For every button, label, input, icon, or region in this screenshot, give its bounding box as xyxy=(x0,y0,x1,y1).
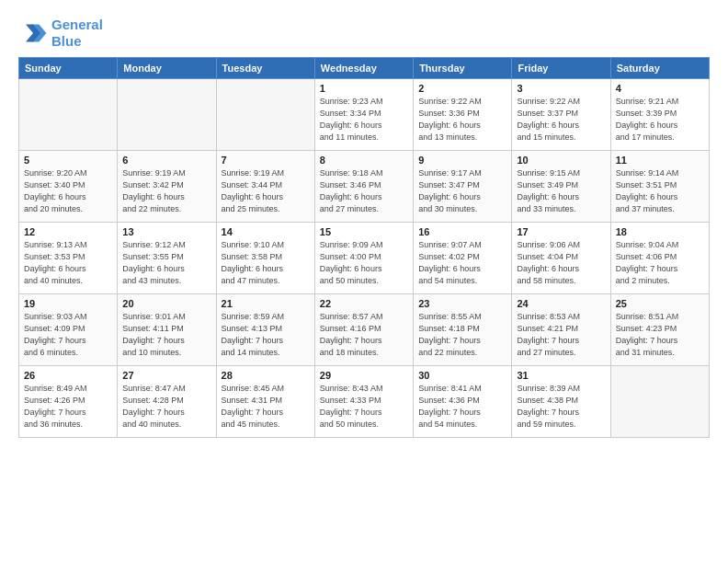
day-number: 3 xyxy=(517,83,605,94)
day-info: Sunrise: 9:07 AMSunset: 4:02 PMDaylight:… xyxy=(418,239,506,287)
day-cell: 5Sunrise: 9:20 AMSunset: 3:40 PMDaylight… xyxy=(19,151,118,223)
day-cell: 10Sunrise: 9:15 AMSunset: 3:49 PMDayligh… xyxy=(512,151,610,223)
weekday-header-thursday: Thursday xyxy=(414,58,512,79)
day-cell: 20Sunrise: 9:01 AMSunset: 4:11 PMDayligh… xyxy=(118,294,216,366)
day-number: 29 xyxy=(320,370,408,381)
weekday-header-row: SundayMondayTuesdayWednesdayThursdayFrid… xyxy=(19,58,710,79)
day-info: Sunrise: 9:12 AMSunset: 3:55 PMDaylight:… xyxy=(122,239,210,287)
day-number: 15 xyxy=(320,226,408,237)
day-number: 27 xyxy=(122,370,210,381)
day-info: Sunrise: 8:59 AMSunset: 4:13 PMDaylight:… xyxy=(222,311,310,359)
day-cell: 15Sunrise: 9:09 AMSunset: 4:00 PMDayligh… xyxy=(314,223,413,294)
day-cell xyxy=(19,79,118,151)
day-cell: 6Sunrise: 9:19 AMSunset: 3:42 PMDaylight… xyxy=(118,151,216,223)
day-info: Sunrise: 8:43 AMSunset: 4:33 PMDaylight:… xyxy=(320,383,408,431)
calendar-table: SundayMondayTuesdayWednesdayThursdayFrid… xyxy=(18,57,710,438)
weekday-header-wednesday: Wednesday xyxy=(314,58,413,79)
day-number: 14 xyxy=(222,226,310,237)
day-cell: 11Sunrise: 9:14 AMSunset: 3:51 PMDayligh… xyxy=(610,151,709,223)
day-cell: 14Sunrise: 9:10 AMSunset: 3:58 PMDayligh… xyxy=(216,223,314,294)
logo-icon xyxy=(18,18,48,48)
day-info: Sunrise: 9:20 AMSunset: 3:40 PMDaylight:… xyxy=(24,167,112,215)
day-cell: 12Sunrise: 9:13 AMSunset: 3:53 PMDayligh… xyxy=(19,223,118,294)
day-info: Sunrise: 9:22 AMSunset: 3:36 PMDaylight:… xyxy=(418,96,506,144)
day-info: Sunrise: 8:53 AMSunset: 4:21 PMDaylight:… xyxy=(517,311,605,359)
day-info: Sunrise: 8:45 AMSunset: 4:31 PMDaylight:… xyxy=(222,383,310,431)
day-cell: 1Sunrise: 9:23 AMSunset: 3:34 PMDaylight… xyxy=(314,79,413,151)
day-info: Sunrise: 8:51 AMSunset: 4:23 PMDaylight:… xyxy=(616,311,704,359)
day-number: 12 xyxy=(24,226,112,237)
day-number: 30 xyxy=(418,370,506,381)
header: General Blue xyxy=(18,17,710,50)
day-number: 11 xyxy=(616,155,704,166)
day-cell: 27Sunrise: 8:47 AMSunset: 4:28 PMDayligh… xyxy=(118,366,216,438)
day-cell: 13Sunrise: 9:12 AMSunset: 3:55 PMDayligh… xyxy=(118,223,216,294)
day-info: Sunrise: 9:14 AMSunset: 3:51 PMDaylight:… xyxy=(616,167,704,215)
day-cell: 18Sunrise: 9:04 AMSunset: 4:06 PMDayligh… xyxy=(610,223,709,294)
day-cell: 17Sunrise: 9:06 AMSunset: 4:04 PMDayligh… xyxy=(512,223,610,294)
day-info: Sunrise: 9:04 AMSunset: 4:06 PMDaylight:… xyxy=(616,239,704,287)
day-number: 1 xyxy=(320,83,408,94)
day-info: Sunrise: 9:19 AMSunset: 3:44 PMDaylight:… xyxy=(222,167,310,215)
day-cell xyxy=(216,79,314,151)
day-number: 16 xyxy=(418,226,506,237)
week-row-1: 1Sunrise: 9:23 AMSunset: 3:34 PMDaylight… xyxy=(19,79,710,151)
week-row-4: 19Sunrise: 9:03 AMSunset: 4:09 PMDayligh… xyxy=(19,294,710,366)
day-info: Sunrise: 9:22 AMSunset: 3:37 PMDaylight:… xyxy=(517,96,605,144)
day-cell xyxy=(118,79,216,151)
day-info: Sunrise: 8:49 AMSunset: 4:26 PMDaylight:… xyxy=(24,383,112,431)
day-info: Sunrise: 9:18 AMSunset: 3:46 PMDaylight:… xyxy=(320,167,408,215)
day-info: Sunrise: 9:06 AMSunset: 4:04 PMDaylight:… xyxy=(517,239,605,287)
weekday-header-sunday: Sunday xyxy=(19,58,118,79)
day-info: Sunrise: 9:10 AMSunset: 3:58 PMDaylight:… xyxy=(222,239,310,287)
day-number: 20 xyxy=(122,298,210,309)
day-info: Sunrise: 8:39 AMSunset: 4:38 PMDaylight:… xyxy=(517,383,605,431)
day-number: 28 xyxy=(222,370,310,381)
day-cell: 19Sunrise: 9:03 AMSunset: 4:09 PMDayligh… xyxy=(19,294,118,366)
day-number: 17 xyxy=(517,226,605,237)
weekday-header-monday: Monday xyxy=(118,58,216,79)
day-info: Sunrise: 9:01 AMSunset: 4:11 PMDaylight:… xyxy=(122,311,210,359)
day-info: Sunrise: 8:47 AMSunset: 4:28 PMDaylight:… xyxy=(122,383,210,431)
day-cell: 9Sunrise: 9:17 AMSunset: 3:47 PMDaylight… xyxy=(414,151,512,223)
day-cell: 25Sunrise: 8:51 AMSunset: 4:23 PMDayligh… xyxy=(610,294,709,366)
day-info: Sunrise: 8:41 AMSunset: 4:36 PMDaylight:… xyxy=(418,383,506,431)
day-cell: 8Sunrise: 9:18 AMSunset: 3:46 PMDaylight… xyxy=(314,151,413,223)
day-number: 5 xyxy=(24,155,112,166)
day-number: 19 xyxy=(24,298,112,309)
day-info: Sunrise: 9:15 AMSunset: 3:49 PMDaylight:… xyxy=(517,167,605,215)
day-number: 26 xyxy=(24,370,112,381)
day-number: 24 xyxy=(517,298,605,309)
day-cell: 2Sunrise: 9:22 AMSunset: 3:36 PMDaylight… xyxy=(414,79,512,151)
day-cell: 3Sunrise: 9:22 AMSunset: 3:37 PMDaylight… xyxy=(512,79,610,151)
day-info: Sunrise: 9:09 AMSunset: 4:00 PMDaylight:… xyxy=(320,239,408,287)
day-info: Sunrise: 8:55 AMSunset: 4:18 PMDaylight:… xyxy=(418,311,506,359)
day-cell xyxy=(610,366,709,438)
day-number: 4 xyxy=(616,83,704,94)
day-info: Sunrise: 9:19 AMSunset: 3:42 PMDaylight:… xyxy=(122,167,210,215)
day-cell: 23Sunrise: 8:55 AMSunset: 4:18 PMDayligh… xyxy=(414,294,512,366)
day-number: 7 xyxy=(222,155,310,166)
day-number: 9 xyxy=(418,155,506,166)
day-cell: 4Sunrise: 9:21 AMSunset: 3:39 PMDaylight… xyxy=(610,79,709,151)
day-number: 8 xyxy=(320,155,408,166)
day-cell: 28Sunrise: 8:45 AMSunset: 4:31 PMDayligh… xyxy=(216,366,314,438)
logo: General Blue xyxy=(18,17,103,50)
day-number: 31 xyxy=(517,370,605,381)
day-cell: 24Sunrise: 8:53 AMSunset: 4:21 PMDayligh… xyxy=(512,294,610,366)
week-row-3: 12Sunrise: 9:13 AMSunset: 3:53 PMDayligh… xyxy=(19,223,710,294)
logo-text: General Blue xyxy=(51,17,103,50)
day-info: Sunrise: 9:17 AMSunset: 3:47 PMDaylight:… xyxy=(418,167,506,215)
day-info: Sunrise: 9:21 AMSunset: 3:39 PMDaylight:… xyxy=(616,96,704,144)
day-cell: 16Sunrise: 9:07 AMSunset: 4:02 PMDayligh… xyxy=(414,223,512,294)
day-cell: 26Sunrise: 8:49 AMSunset: 4:26 PMDayligh… xyxy=(19,366,118,438)
day-info: Sunrise: 9:23 AMSunset: 3:34 PMDaylight:… xyxy=(320,96,408,144)
day-number: 25 xyxy=(616,298,704,309)
week-row-5: 26Sunrise: 8:49 AMSunset: 4:26 PMDayligh… xyxy=(19,366,710,438)
weekday-header-saturday: Saturday xyxy=(610,58,709,79)
weekday-header-friday: Friday xyxy=(512,58,610,79)
day-number: 10 xyxy=(517,155,605,166)
week-row-2: 5Sunrise: 9:20 AMSunset: 3:40 PMDaylight… xyxy=(19,151,710,223)
day-cell: 21Sunrise: 8:59 AMSunset: 4:13 PMDayligh… xyxy=(216,294,314,366)
weekday-header-tuesday: Tuesday xyxy=(216,58,314,79)
